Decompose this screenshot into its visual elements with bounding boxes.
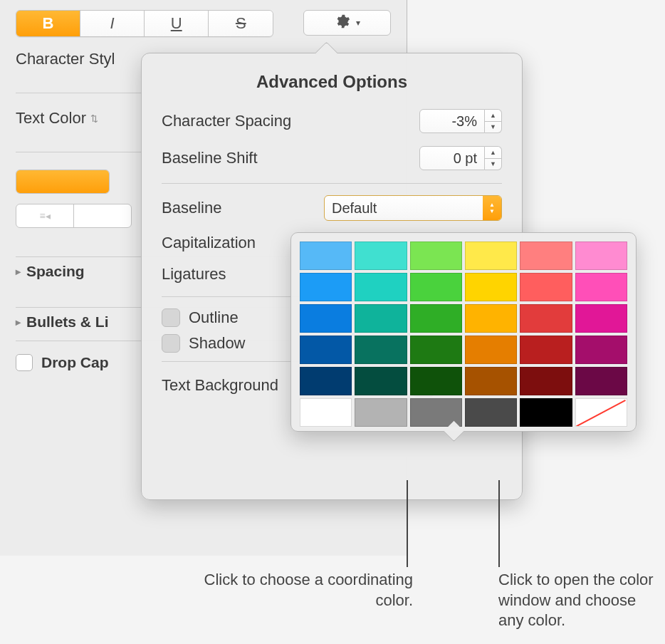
color-swatch[interactable] (520, 273, 572, 301)
color-swatch[interactable] (465, 273, 517, 301)
char-spacing-value[interactable]: -3% (419, 109, 485, 133)
color-swatch[interactable] (355, 304, 407, 333)
color-swatch[interactable] (520, 304, 572, 333)
color-swatch[interactable] (410, 398, 462, 427)
callout-line (498, 480, 500, 567)
baseline-label: Baseline (162, 199, 221, 217)
color-palette-popover (290, 232, 637, 432)
color-swatch[interactable] (520, 242, 572, 270)
color-swatch[interactable] (410, 336, 462, 364)
color-swatch[interactable] (465, 304, 517, 333)
baseline-select[interactable]: Default ▲▼ (324, 195, 502, 221)
color-swatch[interactable] (300, 273, 352, 301)
gear-icon (335, 14, 350, 33)
align-left-button[interactable] (16, 170, 109, 193)
text-alignment-group[interactable] (16, 170, 110, 194)
caret-right-icon: ▸ (16, 266, 21, 277)
color-swatch[interactable] (300, 336, 352, 364)
popover-title: Advanced Options (162, 72, 502, 92)
color-swatch[interactable] (465, 336, 517, 364)
stepper-down-icon[interactable]: ▼ (485, 122, 501, 133)
stepper-down-icon[interactable]: ▼ (485, 159, 501, 170)
advanced-options-button[interactable]: ▾ (303, 10, 391, 36)
color-swatch-grid (300, 242, 627, 427)
chevron-updown-icon: ⇅ (90, 113, 98, 124)
color-swatch[interactable] (575, 242, 627, 270)
text-style-toolbar: B I U S ▾ (16, 10, 391, 37)
text-background-label: Text Background (162, 376, 278, 395)
baseline-shift-value[interactable]: 0 pt (419, 146, 485, 170)
outdent-icon: ≡◂ (39, 210, 50, 222)
color-swatch[interactable] (300, 242, 352, 270)
color-swatch[interactable] (355, 242, 407, 270)
select-handle-icon: ▲▼ (483, 196, 501, 220)
chevron-down-icon: ▾ (356, 18, 360, 28)
underline-button[interactable]: U (145, 11, 209, 36)
color-swatch[interactable] (520, 336, 572, 364)
callout-text-right: Click to open the color window and choos… (498, 570, 655, 631)
stepper-up-icon[interactable]: ▲ (485, 147, 501, 159)
color-swatch[interactable] (355, 273, 407, 301)
shadow-checkbox[interactable] (162, 334, 180, 353)
color-swatch[interactable] (575, 336, 627, 364)
color-swatch[interactable] (355, 336, 407, 364)
color-swatch[interactable] (575, 367, 627, 395)
color-swatch[interactable] (300, 398, 352, 427)
callout-line (407, 480, 408, 567)
color-swatch[interactable] (355, 367, 407, 395)
color-swatch[interactable] (520, 367, 572, 395)
color-swatch[interactable] (300, 367, 352, 395)
capitalization-label: Capitalization (162, 234, 256, 252)
baseline-shift-stepper[interactable]: 0 pt ▲▼ (419, 146, 502, 170)
stepper-up-icon[interactable]: ▲ (485, 110, 501, 122)
color-swatch[interactable] (465, 242, 517, 270)
italic-button[interactable]: I (80, 11, 145, 36)
color-swatch[interactable] (300, 304, 352, 333)
baseline-shift-label: Baseline Shift (162, 149, 258, 167)
strikethrough-button[interactable]: S (209, 11, 273, 36)
color-swatch[interactable] (410, 304, 462, 333)
indent-button[interactable] (74, 204, 131, 227)
color-swatch[interactable] (355, 398, 407, 427)
indent-group: ≡◂ (16, 204, 132, 228)
bold-button[interactable]: B (16, 11, 80, 36)
color-swatch[interactable] (575, 304, 627, 333)
color-swatch[interactable] (410, 242, 462, 270)
color-swatch[interactable] (410, 367, 462, 395)
color-swatch[interactable] (465, 398, 517, 427)
drop-cap-checkbox[interactable] (16, 354, 33, 371)
color-swatch[interactable] (575, 273, 627, 301)
ligatures-label: Ligatures (162, 265, 226, 284)
outdent-button[interactable]: ≡◂ (16, 204, 74, 227)
char-spacing-label: Character Spacing (162, 112, 291, 130)
color-swatch[interactable] (465, 367, 517, 395)
color-swatch[interactable] (575, 398, 627, 427)
color-swatch[interactable] (520, 398, 572, 427)
color-swatch[interactable] (410, 273, 462, 301)
char-spacing-stepper[interactable]: -3% ▲▼ (419, 109, 502, 133)
callout-text-left: Click to choose a coordinating color. (167, 570, 413, 611)
caret-right-icon: ▸ (16, 316, 21, 328)
outline-checkbox[interactable] (162, 308, 180, 327)
